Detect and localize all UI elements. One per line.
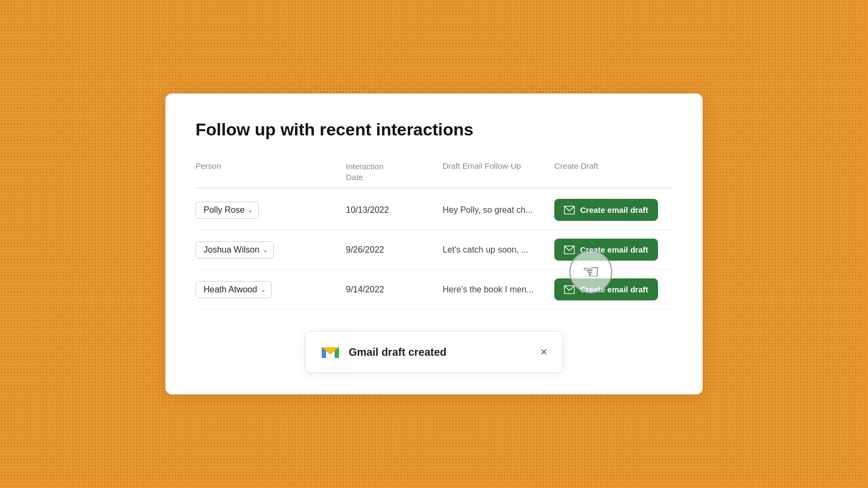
person-name-polly: Polly Rose [204, 205, 244, 215]
table-row: Joshua Wilson ⌄ 9/26/2022 Let's catch up… [196, 230, 672, 270]
chevron-down-icon: ⌄ [248, 206, 253, 214]
col-action: Create Draft [554, 161, 672, 182]
date-polly: 10/13/2022 [346, 205, 443, 215]
email-icon [564, 206, 575, 214]
person-dropdown-joshua[interactable]: Joshua Wilson ⌄ [196, 241, 274, 259]
col-date: InteractionDate [346, 161, 443, 182]
interactions-table: Person InteractionDate Draft Email Follo… [196, 161, 672, 310]
action-cell-joshua: Create email draft [554, 239, 672, 261]
person-name-joshua: Joshua Wilson [204, 245, 259, 255]
create-draft-button-polly[interactable]: Create email draft [554, 199, 658, 221]
date-heath: 9/14/2022 [346, 285, 443, 295]
chevron-down-icon: ⌄ [261, 286, 266, 293]
table-row: Polly Rose ⌄ 10/13/2022 Hey Polly, so gr… [196, 190, 672, 230]
table-row: Heath Atwood ⌄ 9/14/2022 Here's the book… [196, 270, 672, 310]
col-person: Person [196, 161, 346, 182]
page-title: Follow up with recent interactions [196, 119, 672, 140]
person-cell: Polly Rose ⌄ [196, 202, 346, 219]
draft-preview-polly: Hey Polly, so great ch... [443, 205, 554, 215]
person-dropdown-heath[interactable]: Heath Atwood ⌄ [196, 281, 272, 298]
person-cell: Joshua Wilson ⌄ [196, 241, 346, 259]
toast-notification: Gmail draft created × [305, 331, 563, 373]
table-header: Person InteractionDate Draft Email Follo… [196, 161, 672, 188]
toast-message: Gmail draft created [349, 346, 532, 358]
main-card: Follow up with recent interactions Perso… [165, 94, 703, 394]
person-name-heath: Heath Atwood [204, 285, 257, 295]
create-draft-label-heath: Create email draft [580, 285, 648, 294]
email-icon [564, 246, 575, 254]
draft-preview-heath: Here's the book I men... [443, 285, 554, 295]
action-cell-polly: Create email draft [554, 199, 672, 221]
person-cell: Heath Atwood ⌄ [196, 281, 346, 298]
create-draft-label-polly: Create email draft [580, 205, 648, 214]
chevron-down-icon: ⌄ [263, 246, 268, 254]
gmail-logo [321, 342, 340, 362]
date-joshua: 9/26/2022 [346, 245, 443, 255]
create-draft-label-joshua: Create email draft [580, 245, 648, 254]
person-dropdown-polly[interactable]: Polly Rose ⌄ [196, 202, 259, 219]
create-draft-button-joshua[interactable]: Create email draft [554, 239, 658, 261]
draft-preview-joshua: Let's catch up soon, ... [443, 245, 554, 255]
email-icon [564, 285, 575, 294]
action-cell-heath: Create email draft [554, 278, 672, 300]
create-draft-button-heath[interactable]: Create email draft [554, 278, 658, 300]
col-draft: Draft Email Follow-Up [443, 161, 554, 182]
toast-close-button[interactable]: × [540, 346, 547, 358]
